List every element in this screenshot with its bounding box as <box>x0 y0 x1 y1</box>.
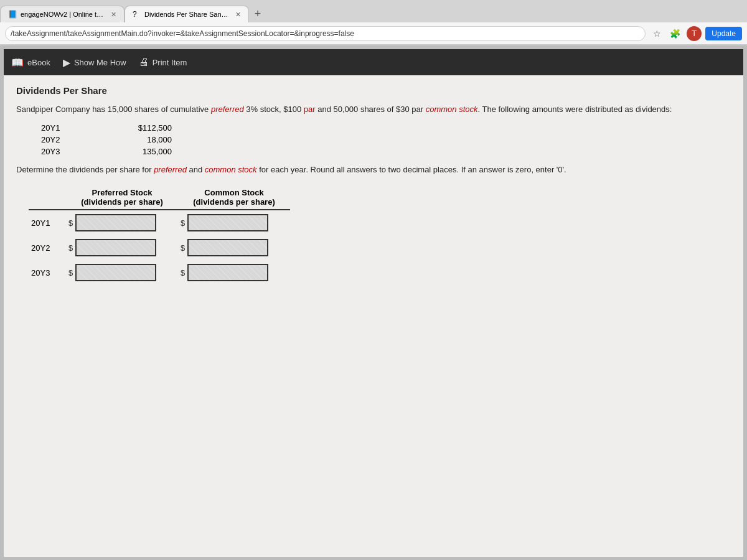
amount-20y2: 18,000 <box>110 135 172 144</box>
year-20y2: 20Y2 <box>41 135 72 144</box>
common-input-cell-20y2: $ <box>178 235 290 260</box>
tab-title-engagenow: engageNOWv2 | Online teach <box>21 11 107 18</box>
dollar-sign-pref-20y1: $ <box>68 218 74 228</box>
answer-year-20y2: 20Y2 <box>29 235 66 260</box>
toolbar: 📖 eBook ▶ Show Me How 🖨 Print Item <box>4 49 743 75</box>
preferred-stock-header: Preferred Stock (dividends per share) <box>66 185 178 210</box>
instruction-text: Determine the dividends per share for pr… <box>16 164 731 176</box>
tab-close-engagenow[interactable]: ✕ <box>111 11 116 19</box>
show-me-how-button[interactable]: ▶ Show Me How <box>63 57 126 68</box>
answer-row-20y1: 20Y1 $ $ <box>29 210 290 235</box>
dollar-sign-com-20y3: $ <box>181 268 186 278</box>
preferred-input-20y2[interactable] <box>75 239 156 256</box>
tab-close-dividends[interactable]: ✕ <box>235 11 241 19</box>
address-input[interactable] <box>5 26 646 41</box>
answer-table: Preferred Stock (dividends per share) Co… <box>29 185 290 285</box>
answer-year-20y3: 20Y3 <box>29 260 66 285</box>
update-button[interactable]: Update <box>705 27 742 40</box>
answer-year-20y1: 20Y1 <box>29 210 66 235</box>
dividend-row-3: 20Y3 135,000 <box>41 147 731 156</box>
print-item-button[interactable]: 🖨 Print Item <box>139 57 187 68</box>
tab-icon-engagenow: 📘 <box>8 10 17 19</box>
year-20y3: 20Y3 <box>41 147 72 156</box>
print-icon: 🖨 <box>139 57 149 68</box>
dividends-table: 20Y1 $112,500 20Y2 18,000 20Y3 135,000 <box>41 123 731 156</box>
tab-icon-dividends: ? <box>133 10 141 19</box>
dollar-sign-com-20y1: $ <box>181 218 186 228</box>
profile-button[interactable]: T <box>687 26 702 41</box>
print-item-label: Print Item <box>153 58 187 67</box>
dollar-sign-com-20y2: $ <box>181 243 186 253</box>
common-instr-highlight: common stock <box>205 165 257 174</box>
answer-row-20y2: 20Y2 $ $ <box>29 235 290 260</box>
preferred-highlight: preferred <box>211 105 244 114</box>
tab-engagenow[interactable]: 📘 engageNOWv2 | Online teach ✕ <box>0 6 125 22</box>
extensions-button[interactable]: 🧩 <box>667 27 683 40</box>
content-area: Dividends Per Share Sandpiper Company ha… <box>4 75 743 557</box>
dollar-sign-pref-20y3: $ <box>68 268 74 278</box>
show-me-how-label: Show Me How <box>74 58 126 67</box>
amount-20y1: $112,500 <box>110 123 172 133</box>
preferred-input-20y1[interactable] <box>75 214 156 231</box>
common-input-20y1[interactable] <box>187 214 268 231</box>
common-input-20y3[interactable] <box>187 264 268 281</box>
year-20y1: 20Y1 <box>41 123 72 133</box>
video-icon: ▶ <box>63 57 70 68</box>
dollar-sign-pref-20y2: $ <box>68 243 74 253</box>
common-input-cell-20y1: $ <box>178 210 290 235</box>
tab-dividends[interactable]: ? Dividends Per Share Sandpipe ✕ <box>125 6 249 22</box>
par-highlight: par <box>304 105 316 114</box>
common-highlight: common stock <box>426 105 478 114</box>
common-input-cell-20y3: $ <box>178 260 290 285</box>
ebook-icon: 📖 <box>11 57 24 68</box>
amount-20y3: 135,000 <box>110 147 172 156</box>
address-bar: ☆ 🧩 T Update <box>0 22 747 45</box>
tab-title-dividends: Dividends Per Share Sandpipe <box>144 11 232 18</box>
main-content: 📖 eBook ▶ Show Me How 🖨 Print Item Divid… <box>0 45 747 560</box>
dividend-row-1: 20Y1 $112,500 <box>41 123 731 133</box>
preferred-input-20y3[interactable] <box>75 264 156 281</box>
dividend-row-2: 20Y2 18,000 <box>41 135 731 144</box>
ebook-label: eBook <box>27 58 50 67</box>
preferred-instr-highlight: preferred <box>154 165 187 174</box>
page-title: Dividends Per Share <box>16 85 731 96</box>
year-column-header <box>29 185 66 210</box>
common-input-20y2[interactable] <box>187 239 268 256</box>
ebook-button[interactable]: 📖 eBook <box>11 57 50 68</box>
answer-row-20y3: 20Y3 $ $ <box>29 260 290 285</box>
preferred-input-cell-20y2: $ <box>66 235 178 260</box>
problem-text: Sandpiper Company has 15,000 shares of c… <box>16 103 731 116</box>
preferred-input-cell-20y3: $ <box>66 260 178 285</box>
bookmark-button[interactable]: ☆ <box>651 27 664 40</box>
common-stock-header: Common Stock (dividends per share) <box>178 185 290 210</box>
preferred-input-cell-20y1: $ <box>66 210 178 235</box>
new-tab-button[interactable]: + <box>249 5 266 22</box>
